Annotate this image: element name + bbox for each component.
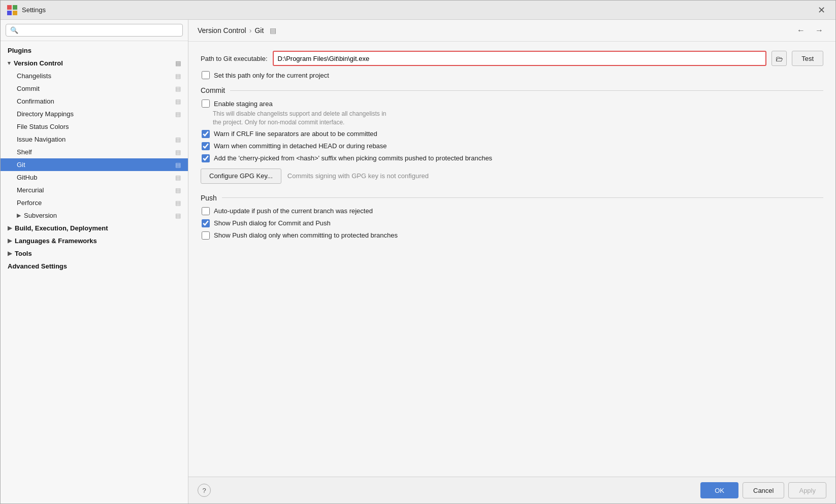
languages-label: Languages & Frameworks bbox=[15, 237, 97, 245]
folder-icon: 🗁 bbox=[776, 54, 783, 63]
current-project-row: Set this path only for the current proje… bbox=[202, 71, 823, 79]
sidebar-item-shelf[interactable]: Shelf ▤ bbox=[1, 146, 188, 158]
confirmation-label: Confirmation bbox=[17, 97, 54, 105]
right-panel: Version Control › Git ▤ ← → Path to Git … bbox=[188, 20, 835, 503]
staging-area-row: Enable staging area bbox=[202, 99, 823, 108]
title-bar: Settings ✕ bbox=[1, 1, 835, 20]
configure-gpg-button[interactable]: Configure GPG Key... bbox=[201, 169, 281, 184]
sidebar-item-confirmation[interactable]: Confirmation ▤ bbox=[1, 95, 188, 108]
current-project-label: Set this path only for the current proje… bbox=[214, 72, 329, 79]
breadcrumb-current: Git bbox=[254, 26, 264, 35]
test-button[interactable]: Test bbox=[792, 51, 823, 66]
breadcrumb: Version Control › Git ▤ bbox=[198, 26, 276, 35]
auto-update-row: Auto-update if push of the current branc… bbox=[202, 207, 823, 215]
sidebar-item-git[interactable]: Git ▤ bbox=[1, 158, 188, 171]
sidebar-item-directory-mappings[interactable]: Directory Mappings ▤ bbox=[1, 108, 188, 120]
sidebar-item-advanced-settings[interactable]: Advanced Settings bbox=[1, 260, 188, 273]
issue-navigation-label: Issue Navigation bbox=[17, 136, 66, 143]
shelf-label: Shelf bbox=[17, 148, 32, 156]
gpg-status: Commits signing with GPG key is not conf… bbox=[287, 172, 429, 180]
search-input-wrap[interactable]: 🔍 bbox=[6, 24, 183, 37]
staging-area-label: Enable staging area bbox=[214, 100, 273, 108]
commit-label: Commit bbox=[17, 85, 40, 92]
mercurial-label: Mercurial bbox=[17, 186, 44, 194]
tools-label: Tools bbox=[15, 250, 32, 257]
git-gear: ▤ bbox=[175, 161, 181, 169]
sidebar-item-tools[interactable]: ▶ Tools bbox=[1, 247, 188, 260]
cherry-checkbox[interactable] bbox=[202, 154, 210, 162]
folder-button[interactable]: 🗁 bbox=[771, 51, 787, 66]
git-label: Git bbox=[17, 161, 25, 169]
perforce-gear: ▤ bbox=[175, 199, 181, 207]
panel-header-actions: ← → bbox=[794, 25, 826, 36]
detached-checkbox[interactable] bbox=[202, 142, 210, 150]
svg-rect-3 bbox=[13, 11, 17, 15]
help-button[interactable]: ? bbox=[198, 484, 211, 497]
sidebar-item-file-status-colors[interactable]: File Status Colors bbox=[1, 120, 188, 133]
forward-button[interactable]: → bbox=[812, 25, 826, 36]
build-execution-label: Build, Execution, Deployment bbox=[15, 224, 108, 232]
current-project-checkbox[interactable] bbox=[202, 71, 210, 79]
settings-window: Settings ✕ 🔍 Plugins ▾ Version Control bbox=[0, 0, 836, 504]
sidebar-item-build-execution[interactable]: ▶ Build, Execution, Deployment bbox=[1, 222, 188, 234]
version-control-label: Version Control bbox=[14, 59, 63, 67]
sidebar-item-plugins[interactable]: Plugins bbox=[1, 44, 188, 57]
cherry-row: Add the 'cherry-picked from <hash>' suff… bbox=[202, 154, 823, 162]
auto-update-label: Auto-update if push of the current branc… bbox=[214, 207, 373, 215]
detached-label: Warn when committing in detached HEAD or… bbox=[214, 142, 387, 150]
show-push-dialog-row: Show Push dialog for Commit and Push bbox=[202, 219, 823, 227]
git-path-input[interactable] bbox=[273, 51, 767, 66]
subversion-gear: ▤ bbox=[175, 212, 181, 219]
sidebar-item-issue-navigation[interactable]: Issue Navigation ▤ bbox=[1, 133, 188, 146]
close-button[interactable]: ✕ bbox=[814, 5, 829, 16]
sidebar-item-subversion[interactable]: ▶ Subversion ▤ bbox=[1, 209, 188, 222]
panel-body: Path to Git executable: 🗁 Test Set this … bbox=[188, 42, 835, 477]
auto-update-checkbox[interactable] bbox=[202, 207, 210, 215]
sidebar-item-github[interactable]: GitHub ▤ bbox=[1, 171, 188, 184]
changelists-gear: ▤ bbox=[175, 73, 181, 80]
panel-header: Version Control › Git ▤ ← → bbox=[188, 20, 835, 42]
show-push-protected-label: Show Push dialog only when committing to… bbox=[214, 231, 398, 239]
show-push-checkbox[interactable] bbox=[202, 219, 210, 227]
bottom-actions: OK Cancel Apply bbox=[700, 482, 826, 498]
commit-gear: ▤ bbox=[175, 85, 181, 92]
breadcrumb-parent: Version Control bbox=[198, 26, 246, 35]
svg-rect-1 bbox=[13, 5, 17, 10]
push-section-divider: Push bbox=[201, 194, 823, 202]
staging-area-desc: This will disable changelists support an… bbox=[213, 110, 823, 127]
issue-navigation-gear: ▤ bbox=[175, 136, 181, 143]
bottom-bar: ? OK Cancel Apply bbox=[188, 477, 835, 503]
apply-button[interactable]: Apply bbox=[788, 482, 826, 498]
push-section-label: Push bbox=[201, 194, 217, 202]
git-path-row: Path to Git executable: 🗁 Test bbox=[201, 51, 823, 66]
directory-mappings-gear: ▤ bbox=[175, 111, 181, 118]
sidebar-item-perforce[interactable]: Perforce ▤ bbox=[1, 196, 188, 209]
svg-rect-0 bbox=[7, 5, 12, 10]
sidebar-item-version-control[interactable]: ▾ Version Control ▤ bbox=[1, 57, 188, 70]
ok-button[interactable]: OK bbox=[700, 482, 738, 498]
version-control-gear: ▤ bbox=[175, 60, 181, 67]
tools-arrow: ▶ bbox=[8, 250, 12, 257]
changelists-label: Changelists bbox=[17, 72, 51, 80]
mercurial-gear: ▤ bbox=[175, 187, 181, 194]
push-section-line bbox=[222, 197, 823, 198]
search-input[interactable] bbox=[20, 26, 178, 34]
breadcrumb-separator: › bbox=[249, 26, 252, 35]
show-push-protected-checkbox[interactable] bbox=[202, 231, 210, 240]
sidebar-item-mercurial[interactable]: Mercurial ▤ bbox=[1, 184, 188, 196]
sidebar-nav: Plugins ▾ Version Control ▤ Changelists … bbox=[1, 41, 188, 503]
detached-row: Warn when committing in detached HEAD or… bbox=[202, 142, 823, 150]
crlf-checkbox[interactable] bbox=[202, 130, 210, 138]
advanced-settings-label: Advanced Settings bbox=[8, 262, 67, 270]
sidebar-item-languages-frameworks[interactable]: ▶ Languages & Frameworks bbox=[1, 234, 188, 247]
back-button[interactable]: ← bbox=[794, 25, 808, 36]
perforce-label: Perforce bbox=[17, 199, 42, 207]
confirmation-gear: ▤ bbox=[175, 98, 181, 105]
staging-area-checkbox[interactable] bbox=[202, 99, 210, 108]
sidebar-item-changelists[interactable]: Changelists ▤ bbox=[1, 70, 188, 82]
sidebar-item-commit[interactable]: Commit ▤ bbox=[1, 82, 188, 95]
languages-arrow: ▶ bbox=[8, 238, 12, 244]
cherry-label: Add the 'cherry-picked from <hash>' suff… bbox=[214, 154, 492, 162]
cancel-button[interactable]: Cancel bbox=[743, 482, 784, 498]
svg-rect-2 bbox=[7, 11, 12, 15]
